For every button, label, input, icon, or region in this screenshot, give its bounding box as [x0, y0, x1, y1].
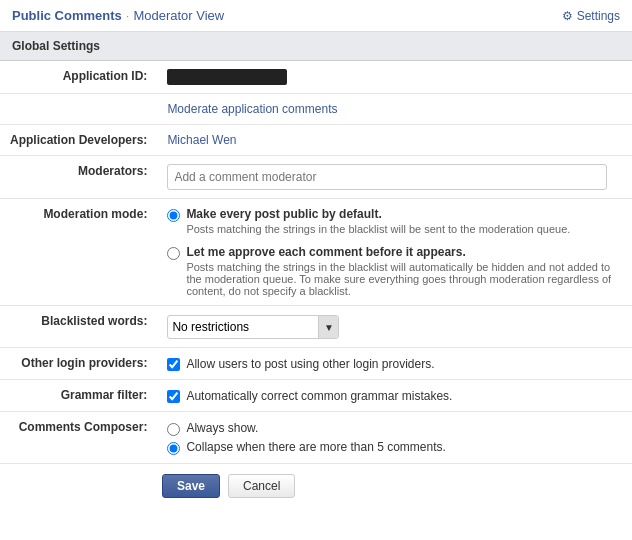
blacklisted-label: Blacklisted words:: [0, 306, 157, 348]
radio-public-label: Make every post public by default.: [186, 207, 381, 221]
page-header: Public Comments · Moderator View ⚙ Setti…: [0, 0, 632, 32]
blacklist-select-wrapper: No restrictions Custom list ▼: [167, 315, 339, 339]
radio-public-option: Make every post public by default. Posts…: [167, 207, 622, 235]
cancel-button[interactable]: Cancel: [228, 474, 295, 498]
composer-group: Always show. Collapse when there are mor…: [167, 421, 622, 455]
blacklist-select[interactable]: No restrictions Custom list: [168, 317, 318, 337]
developer-name-link[interactable]: Michael Wen: [167, 133, 236, 147]
moderate-link-row: Moderate application comments: [0, 94, 632, 125]
app-developers-row: Application Developers: Michael Wen: [0, 125, 632, 156]
breadcrumb-moderator-view: Moderator View: [133, 8, 224, 23]
breadcrumb-separator: ·: [126, 8, 130, 23]
grammar-filter-row: Grammar filter: Automatically correct co…: [0, 380, 632, 412]
comments-composer-label: Comments Composer:: [0, 412, 157, 464]
radio-approve-label: Let me approve each comment before it ap…: [186, 245, 465, 259]
gear-icon: ⚙: [562, 9, 573, 23]
main-content: Global Settings Application ID: Moderate…: [0, 32, 632, 510]
app-id-value: [167, 69, 287, 85]
composer-collapse-label: Collapse when there are more than 5 comm…: [186, 440, 445, 454]
other-login-option: Allow users to post using other login pr…: [167, 357, 622, 371]
radio-approve-sublabel: Posts matching the strings in the blackl…: [186, 261, 622, 297]
blacklisted-words-row: Blacklisted words: No restrictions Custo…: [0, 306, 632, 348]
other-login-row: Other login providers: Allow users to po…: [0, 348, 632, 380]
settings-label: Settings: [577, 9, 620, 23]
other-login-label: Other login providers:: [0, 348, 157, 380]
section-title: Global Settings: [12, 39, 100, 53]
other-login-checkbox-label: Allow users to post using other login pr…: [186, 357, 434, 371]
radio-approve-input[interactable]: [167, 247, 180, 260]
select-arrow-icon: ▼: [318, 316, 338, 338]
settings-link[interactable]: ⚙ Settings: [562, 9, 620, 23]
composer-always-radio[interactable]: [167, 423, 180, 436]
app-id-label: Application ID:: [0, 61, 157, 94]
radio-public-input[interactable]: [167, 209, 180, 222]
moderation-mode-label: Moderation mode:: [0, 199, 157, 306]
app-developers-label: Application Developers:: [0, 125, 157, 156]
app-id-row: Application ID:: [0, 61, 632, 94]
comments-composer-row: Comments Composer: Always show. Collapse…: [0, 412, 632, 464]
grammar-filter-checkbox[interactable]: [167, 390, 180, 403]
moderation-mode-row: Moderation mode: Make every post public …: [0, 199, 632, 306]
radio-public-sublabel: Posts matching the strings in the blackl…: [186, 223, 570, 235]
section-header: Global Settings: [0, 32, 632, 61]
composer-always-option: Always show.: [167, 421, 622, 436]
save-button[interactable]: Save: [162, 474, 220, 498]
moderators-input[interactable]: [167, 164, 607, 190]
composer-collapse-radio[interactable]: [167, 442, 180, 455]
breadcrumb: Public Comments · Moderator View: [12, 8, 224, 23]
button-row: Save Cancel: [0, 464, 632, 510]
moderation-mode-group: Make every post public by default. Posts…: [167, 207, 622, 297]
composer-always-label: Always show.: [186, 421, 258, 435]
radio-approve-option: Let me approve each comment before it ap…: [167, 245, 622, 297]
app-id-field: [157, 61, 632, 94]
moderators-label: Moderators:: [0, 156, 157, 199]
composer-collapse-option: Collapse when there are more than 5 comm…: [167, 440, 622, 455]
grammar-filter-option: Automatically correct common grammar mis…: [167, 389, 622, 403]
grammar-filter-checkbox-label: Automatically correct common grammar mis…: [186, 389, 452, 403]
moderate-comments-link[interactable]: Moderate application comments: [167, 102, 337, 116]
settings-form: Application ID: Moderate application com…: [0, 61, 632, 464]
breadcrumb-public-comments[interactable]: Public Comments: [12, 8, 122, 23]
other-login-checkbox[interactable]: [167, 358, 180, 371]
grammar-filter-label: Grammar filter:: [0, 380, 157, 412]
moderators-row: Moderators:: [0, 156, 632, 199]
